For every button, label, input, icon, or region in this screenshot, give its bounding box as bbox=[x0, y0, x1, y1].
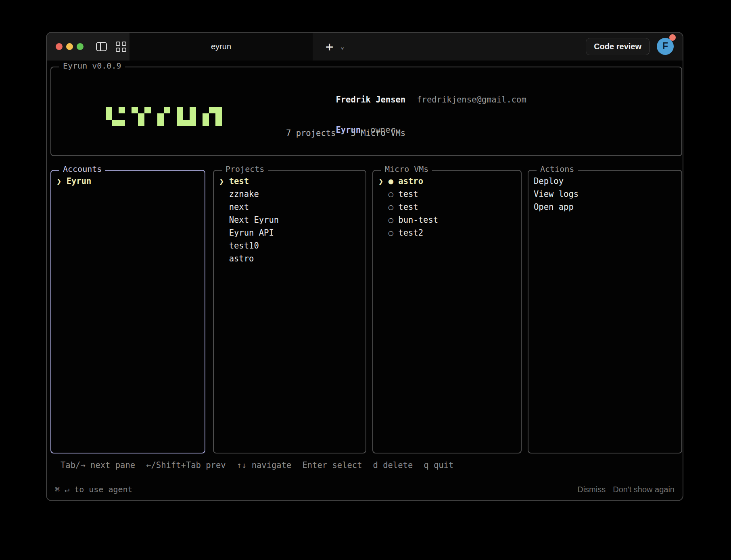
selection-arrow-icon: ❯ bbox=[56, 175, 67, 188]
selection-arrow-icon: ❯ bbox=[219, 175, 229, 188]
vm-item[interactable]: ○test bbox=[378, 188, 521, 201]
project-item[interactable]: ❯test bbox=[219, 175, 366, 188]
tab-title: eyrun bbox=[211, 42, 231, 51]
project-item[interactable]: test10 bbox=[219, 239, 366, 252]
app-header-box: Eyrun v0.0.9 Fredrik Jensenfredrikjense@… bbox=[50, 67, 682, 156]
avatar[interactable]: F bbox=[657, 38, 675, 56]
eyrun-pixel-logo bbox=[106, 107, 222, 126]
projects-pane-title: Projects bbox=[222, 164, 268, 174]
chevron-down-icon[interactable]: ⌄ bbox=[340, 43, 344, 50]
project-item[interactable]: next bbox=[219, 201, 366, 213]
accounts-pane: Accounts ❯Eyrun bbox=[50, 170, 205, 453]
vm-item[interactable]: ❯●astro bbox=[378, 175, 521, 188]
org-summary: 7 projects · 5 Micro VMs bbox=[286, 128, 405, 138]
vm-item[interactable]: ○test bbox=[378, 201, 521, 213]
notification-dot bbox=[669, 34, 676, 41]
help-prev-pane: ←/Shift+Tab prev bbox=[146, 460, 226, 470]
project-item[interactable]: Eyrun API bbox=[219, 226, 366, 239]
zoom-window-button[interactable] bbox=[77, 43, 84, 50]
vm-item[interactable]: ○test2 bbox=[378, 226, 521, 239]
help-quit: q quit bbox=[424, 460, 453, 470]
action-item-open-app[interactable]: Open app bbox=[534, 201, 681, 213]
vm-running-icon: ● bbox=[388, 175, 399, 188]
grid-view-icon[interactable] bbox=[116, 42, 126, 52]
micro-vms-pane: Micro VMs ❯●astro ○test ○test ○bun-test … bbox=[372, 170, 522, 453]
agent-hint-bar: ⌘ ↵ to use agent Dismiss Don't show agai… bbox=[47, 482, 683, 500]
titlebar: eyrun + ⌄ Code review F bbox=[47, 33, 683, 61]
projects-pane: Projects ❯test zznake next Next Eyrun Ey… bbox=[213, 170, 366, 453]
selection-arrow-icon: ❯ bbox=[378, 175, 388, 188]
app-title: Eyrun v0.0.9 bbox=[59, 61, 125, 71]
terminal-window: eyrun + ⌄ Code review F Eyrun v0.0.9 Fre… bbox=[46, 32, 683, 501]
help-delete: d delete bbox=[373, 460, 413, 470]
agent-shortcut-hint: ⌘ ↵ to use agent bbox=[55, 485, 133, 494]
vm-stopped-icon: ○ bbox=[388, 213, 399, 226]
accounts-pane-title: Accounts bbox=[59, 164, 105, 174]
new-tab-icon[interactable]: + bbox=[326, 40, 333, 53]
vm-stopped-icon: ○ bbox=[388, 188, 399, 201]
project-item[interactable]: astro bbox=[219, 252, 366, 265]
code-review-button[interactable]: Code review bbox=[586, 38, 650, 55]
screen-background: eyrun + ⌄ Code review F Eyrun v0.0.9 Fre… bbox=[0, 0, 731, 560]
help-next-pane: Tab/→ next pane bbox=[61, 460, 135, 470]
titlebar-left-controls bbox=[47, 33, 129, 61]
vm-stopped-icon: ○ bbox=[388, 201, 399, 213]
help-navigate: ↑↓ navigate bbox=[237, 460, 292, 470]
keyboard-help: Tab/→ next pane ←/Shift+Tab prev ↑↓ navi… bbox=[61, 460, 453, 470]
help-select: Enter select bbox=[302, 460, 362, 470]
actions-pane: Actions Deploy View logs Open app bbox=[528, 170, 682, 453]
dismiss-button[interactable]: Dismiss bbox=[577, 485, 606, 494]
action-item-deploy[interactable]: Deploy bbox=[534, 175, 681, 188]
vm-item[interactable]: ○bun-test bbox=[378, 213, 521, 226]
vm-stopped-icon: ○ bbox=[388, 226, 399, 239]
action-item-view-logs[interactable]: View logs bbox=[534, 188, 681, 201]
micro-vms-pane-title: Micro VMs bbox=[381, 164, 432, 174]
actions-pane-title: Actions bbox=[537, 164, 578, 174]
titlebar-right: + ⌄ Code review F bbox=[313, 33, 683, 61]
project-item[interactable]: Next Eyrun bbox=[219, 213, 366, 226]
account-item-eyrun[interactable]: ❯Eyrun bbox=[56, 175, 205, 188]
tab-eyrun[interactable]: eyrun bbox=[129, 33, 313, 61]
user-email: fredrikjense@gmail.com bbox=[417, 95, 526, 104]
dont-show-again-button[interactable]: Don't show again bbox=[613, 485, 675, 494]
minimize-window-button[interactable] bbox=[66, 43, 73, 50]
user-name: Fredrik Jensen bbox=[336, 95, 405, 104]
user-info: Fredrik Jensenfredrikjense@gmail.com Eyr… bbox=[286, 85, 526, 114]
close-window-button[interactable] bbox=[56, 43, 63, 50]
project-item[interactable]: zznake bbox=[219, 188, 366, 201]
sidebar-toggle-icon[interactable] bbox=[96, 42, 107, 51]
